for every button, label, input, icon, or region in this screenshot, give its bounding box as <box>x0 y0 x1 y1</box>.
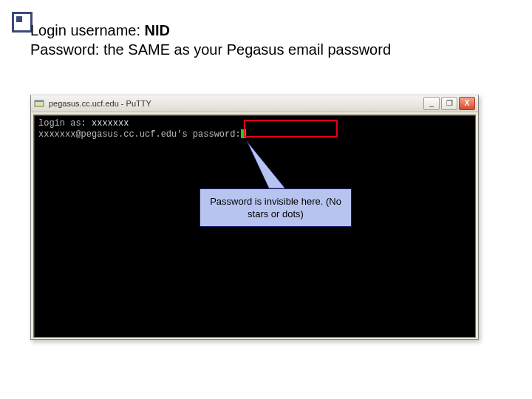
maximize-button[interactable]: ❐ <box>441 97 457 110</box>
window-buttons: _ ❐ X <box>423 97 475 110</box>
slide: Login username: NID Password: the SAME a… <box>0 0 532 399</box>
headline-text: Login username: NID Password: the SAME a… <box>30 21 517 59</box>
svg-marker-2 <box>247 141 285 188</box>
window-title: pegasus.cc.ucf.edu - PuTTY <box>49 99 419 108</box>
bullet-square-icon <box>12 12 33 33</box>
minimize-glyph: _ <box>429 100 434 107</box>
close-button[interactable]: X <box>459 97 475 110</box>
svg-rect-1 <box>35 100 44 102</box>
callout-box: Password is invisible here. (No stars or… <box>200 188 352 227</box>
headline-nid: NID <box>145 22 170 38</box>
terminal-text: login as: xxxxxxx xxxxxxx@pegasus.cc.ucf… <box>38 118 246 140</box>
headline-line1-label: Login username: <box>30 22 145 38</box>
headline-line2: Password: the SAME as your Pegasus email… <box>30 41 391 58</box>
login-label: login as: <box>38 118 92 129</box>
minimize-button[interactable]: _ <box>423 97 440 110</box>
window-titlebar[interactable]: pegasus.cc.ucf.edu - PuTTY _ ❐ X <box>31 95 478 112</box>
putty-icon <box>34 98 44 109</box>
maximize-glyph: ❐ <box>446 100 453 107</box>
close-glyph: X <box>465 100 470 107</box>
password-prompt: xxxxxxx@pegasus.cc.ucf.edu's password: <box>38 129 241 140</box>
login-value: xxxxxxx <box>92 118 129 129</box>
callout-text: Password is invisible here. (No stars or… <box>205 195 347 220</box>
